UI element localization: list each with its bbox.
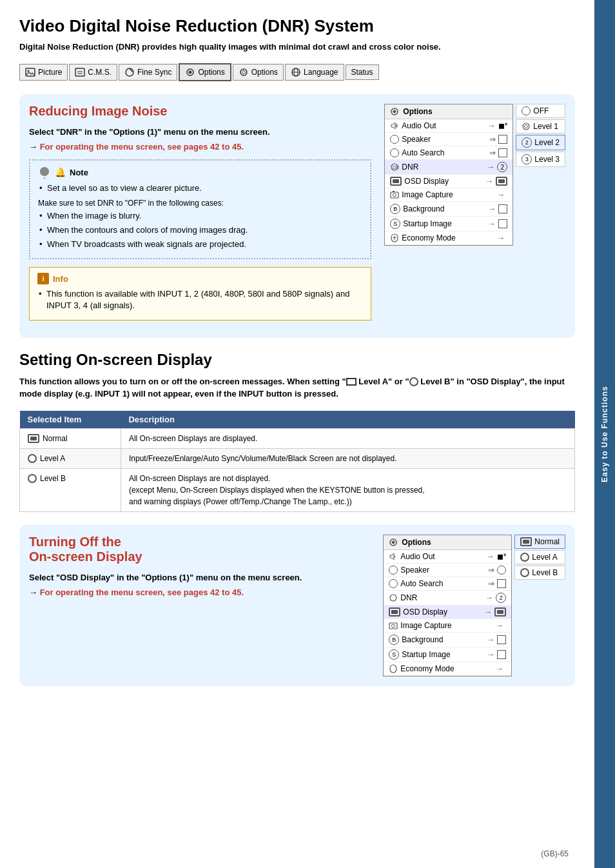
osd-arrow-imagecap: → <box>496 621 503 630</box>
menu-arrow-audioout: → <box>488 121 496 130</box>
osd-label-imagecap: Image Capture <box>389 621 493 630</box>
dnr-val-icon: 2 <box>497 162 507 172</box>
menu-val-audioout: ◼* <box>498 121 508 130</box>
osd-label-startup: S Startup Image <box>389 649 484 660</box>
image-capture-icon <box>390 190 399 199</box>
dnr-menu-popup: Options Audio Out → ◼* <box>384 104 513 246</box>
osd-row-autosearch: Auto Search ⇒ <box>384 577 511 591</box>
nav-language[interactable]: Language <box>285 64 344 81</box>
dnr-menu-header-label: Options <box>403 107 432 116</box>
note-icon <box>38 166 51 179</box>
info-label: Info <box>53 274 68 284</box>
startup-icon: S <box>390 219 400 229</box>
menu-arrow-dnr: → <box>487 163 494 172</box>
osd-startup-icon: S <box>389 649 399 660</box>
audio-out-icon <box>390 121 399 130</box>
table-cell-levelA-desc: Input/Freeze/Enlarge/Auto Sync/Volume/Mu… <box>121 448 574 468</box>
nav-picture-label: Picture <box>38 68 62 77</box>
options2-icon <box>239 67 249 77</box>
speaker-val-icon <box>498 135 507 144</box>
osd-arrow-dnr: → <box>485 593 493 602</box>
osd-autosearch-val <box>497 579 506 588</box>
bg-icon: B <box>390 204 400 214</box>
osd-row-startup: S Startup Image → <box>384 647 511 662</box>
osd-levelA-icon <box>520 553 529 562</box>
finesync-icon <box>124 67 135 77</box>
menu-row-autosearch: Auto Search ⇒ <box>385 146 512 160</box>
osd-val-osd <box>494 607 506 616</box>
osd-off-page-ref: → For operating the menu screen, see pag… <box>29 587 370 597</box>
menu-arrow-economy: → <box>497 233 505 242</box>
table-cell-levelB-desc: All On-screen Displays are not displayed… <box>121 468 574 511</box>
table-row-levelB: Level B All On-screen Displays are not d… <box>20 468 575 511</box>
nav-finesync-label: Fine Sync <box>137 68 171 77</box>
menu-row-economy: Economy Mode → <box>385 232 512 245</box>
osd-autosearch-circle <box>389 579 398 588</box>
note-item-4: When TV broadcasts with weak signals are… <box>38 239 362 250</box>
osd-label-bg: B Background <box>389 635 484 645</box>
dnr-option-level3: 3 Level 3 <box>516 152 565 167</box>
dnr-page-ref: → For operating the menu screen, see pag… <box>29 142 371 152</box>
dnr-section: Reducing Image Noise Select "DNR" in the… <box>19 94 575 337</box>
osd-label-economy: Economy Mode <box>389 664 493 673</box>
osd-dnr-icon <box>389 593 398 602</box>
nav-status-label: Status <box>351 68 373 77</box>
osd-menu-popup: Options Audio Out → ◼* <box>383 535 512 676</box>
nav-options2[interactable]: Options <box>233 64 284 81</box>
menu-val-bg <box>498 204 507 213</box>
osd-row-bg: B Background → <box>384 633 511 647</box>
nav-language-label: Language <box>304 68 338 77</box>
level2-icon: 2 <box>522 137 532 148</box>
menu-row-osd: OSD Display → <box>385 175 512 188</box>
note-item-2: When the image is blurry. <box>38 210 362 222</box>
osd-options-icon <box>389 538 398 547</box>
menu-row-dnr: DNR DNR → 2 <box>385 160 512 175</box>
speaker-circle-icon <box>390 135 399 144</box>
dnr-note-list: Set a level so as to view a clearer pict… <box>38 182 362 194</box>
osd-levelB-icon <box>520 568 529 577</box>
table-cell-normal-desc: All On-screen Displays are displayed. <box>121 428 574 448</box>
osd-menu-popup-wrapper: Options Audio Out → ◼* <box>383 535 565 676</box>
dnr-option-level1: Level 1 <box>516 119 565 133</box>
menu-arrow-autosearch: ⇒ <box>489 148 496 157</box>
table-cell-levelB-item: Level B <box>20 468 121 511</box>
osd-arrow-bg: → <box>487 635 494 644</box>
menu-label-imagecap: Image Capture <box>390 190 494 199</box>
nav-options1[interactable]: Options <box>179 63 231 81</box>
osd-section-heading: Setting On-screen Display <box>19 351 575 369</box>
menu-row-speaker: Speaker ⇒ <box>385 133 512 146</box>
osd-row-dnr: DNR → 2 <box>384 591 511 606</box>
page-number: (GB)-65 <box>541 849 569 858</box>
osd-osd-val <box>494 607 506 616</box>
dnr-cases-list: When the image is blurry. When the conto… <box>38 210 362 251</box>
table-col2-header: Description <box>121 411 574 429</box>
dnr-menu-popup-wrapper: Options Audio Out → ◼* <box>384 104 565 246</box>
osd-arrow-autosearch: ⇒ <box>488 579 494 588</box>
menu-val-autosearch <box>498 148 507 157</box>
nav-status[interactable]: Status <box>346 64 379 80</box>
menu-label-osd: OSD Display <box>390 177 483 186</box>
dnr-right: Options Audio Out → ◼* <box>384 104 565 246</box>
osd-row-audioout: Audio Out → ◼* <box>384 550 511 564</box>
osd-speaker-val-icon <box>497 566 506 575</box>
osd-levelA-label: Level A <box>532 553 557 562</box>
svg-point-1 <box>28 70 30 72</box>
osd-economy-icon <box>389 664 398 673</box>
dnr-select-text: Select "DNR" in the "Options (1)" menu o… <box>29 126 371 138</box>
economy-icon <box>390 233 399 242</box>
menu-arrow-speaker: ⇒ <box>489 135 496 144</box>
nav-finesync[interactable]: Fine Sync <box>119 64 177 81</box>
menu-val-speaker <box>498 135 507 144</box>
table-row-normal: Normal All On-screen Displays are displa… <box>20 428 575 448</box>
osd-levelB-label: Level B <box>532 568 558 577</box>
nav-cms[interactable]: C.M.S. <box>69 64 117 81</box>
info-icon: i <box>37 273 49 284</box>
osd-option-levelA: Level A <box>514 550 565 564</box>
menu-label-dnr: DNR DNR <box>390 163 484 172</box>
dnr-left: Reducing Image Noise Select "DNR" in the… <box>29 104 371 328</box>
note-item-1: Set a level so as to view a clearer pict… <box>38 182 362 194</box>
svg-point-17 <box>393 193 396 197</box>
dnr-option-level2: 2 Level 2 <box>516 135 565 150</box>
nav-picture[interactable]: Picture <box>19 64 68 81</box>
svg-marker-21 <box>390 553 394 560</box>
